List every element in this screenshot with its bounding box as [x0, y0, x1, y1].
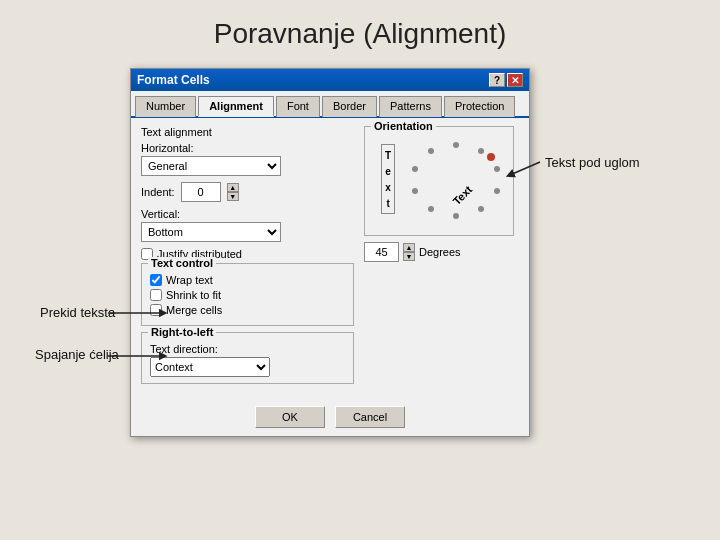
horizontal-label: Horizontal:	[141, 142, 354, 154]
degrees-label: Degrees	[419, 246, 461, 258]
svg-point-3	[412, 166, 418, 172]
tabs-bar: Number Alignment Font Border Patterns Pr…	[131, 91, 529, 118]
titlebar-buttons: ? ✕	[489, 73, 523, 87]
indent-down[interactable]: ▼	[227, 192, 239, 201]
rtl-direction-row: Text direction: Context	[150, 343, 345, 377]
svg-point-0	[453, 213, 459, 219]
dialog-body: Text alignment Horizontal: General Inden…	[131, 118, 529, 400]
annotation-prekid-teksta: Prekid teksta	[40, 305, 115, 320]
vertical-select[interactable]: Bottom	[141, 222, 281, 242]
horizontal-select[interactable]: General	[141, 156, 281, 176]
degree-down[interactable]: ▼	[403, 252, 415, 261]
ok-button[interactable]: OK	[255, 406, 325, 428]
merge-row: Merge cells	[150, 304, 345, 316]
format-cells-dialog: Format Cells ? ✕ Number Alignment Font B…	[130, 68, 530, 437]
svg-point-1	[428, 206, 434, 212]
vertical-label: Vertical:	[141, 208, 354, 220]
orientation-label: Orientation	[371, 120, 436, 132]
main-columns: Text alignment Horizontal: General Inden…	[141, 126, 519, 392]
vertical-text: T e x t	[381, 144, 395, 214]
cancel-button[interactable]: Cancel	[335, 406, 405, 428]
indent-up[interactable]: ▲	[227, 183, 239, 192]
rtl-label: Right-to-left	[148, 326, 216, 338]
close-button[interactable]: ✕	[507, 73, 523, 87]
dialog-titlebar: Format Cells ? ✕	[131, 69, 529, 91]
degree-row: ▲ ▼ Degrees	[364, 242, 519, 262]
indent-input[interactable]	[181, 182, 221, 202]
wrap-text-checkbox[interactable]	[150, 274, 162, 286]
degree-spinner: ▲ ▼	[403, 243, 415, 261]
degree-up[interactable]: ▲	[403, 243, 415, 252]
indent-row: Indent: ▲ ▼	[141, 182, 354, 202]
horizontal-field: Horizontal: General	[141, 142, 354, 176]
page-title: Poravnanje (Alignment)	[0, 0, 720, 62]
svg-point-10	[487, 153, 495, 161]
help-button[interactable]: ?	[489, 73, 505, 87]
left-column: Text alignment Horizontal: General Inden…	[141, 126, 354, 392]
svg-point-7	[494, 166, 500, 172]
right-column: Orientation T e x t	[364, 126, 519, 392]
shrink-row: Shrink to fit	[150, 289, 345, 301]
tab-border[interactable]: Border	[322, 96, 377, 117]
rotated-text: Text	[450, 183, 474, 207]
annotation-tekst-pod-uglom: Tekst pod uglom	[545, 155, 640, 170]
text-control-section: Text control Wrap text Shrink to fit	[141, 263, 354, 326]
tab-protection[interactable]: Protection	[444, 96, 516, 117]
tab-patterns[interactable]: Patterns	[379, 96, 442, 117]
indent-spinner: ▲ ▼	[227, 183, 239, 201]
orientation-section: Orientation T e x t	[364, 126, 514, 236]
indent-label: Indent:	[141, 186, 175, 198]
wrap-text-label: Wrap text	[166, 274, 213, 286]
tab-font[interactable]: Font	[276, 96, 320, 117]
svg-point-4	[428, 148, 434, 154]
svg-point-8	[494, 188, 500, 194]
text-alignment-label: Text alignment	[141, 126, 354, 138]
merge-checkbox[interactable]	[150, 304, 162, 316]
shrink-label: Shrink to fit	[166, 289, 221, 301]
dialog-title: Format Cells	[137, 73, 210, 87]
svg-point-9	[478, 206, 484, 212]
orientation-visual: T e x t	[373, 139, 513, 229]
direction-label: Text direction:	[150, 343, 345, 355]
merge-label: Merge cells	[166, 304, 222, 316]
annotation-spajanje-celija: Spajanje ćelija	[35, 347, 119, 362]
orientation-diagram[interactable]: Text	[401, 141, 511, 226]
text-control-label: Text control	[148, 257, 216, 269]
shrink-checkbox[interactable]	[150, 289, 162, 301]
text-control-content: Wrap text Shrink to fit Merge cells	[150, 274, 345, 316]
vertical-field: Vertical: Bottom	[141, 208, 354, 242]
rtl-section: Right-to-left Text direction: Context	[141, 332, 354, 384]
svg-point-2	[412, 188, 418, 194]
tab-number[interactable]: Number	[135, 96, 196, 117]
tab-alignment[interactable]: Alignment	[198, 96, 274, 117]
svg-point-6	[478, 148, 484, 154]
wrap-text-row: Wrap text	[150, 274, 345, 286]
direction-select[interactable]: Context	[150, 357, 270, 377]
svg-point-5	[453, 142, 459, 148]
degree-input[interactable]	[364, 242, 399, 262]
dialog-footer: OK Cancel	[131, 400, 529, 436]
